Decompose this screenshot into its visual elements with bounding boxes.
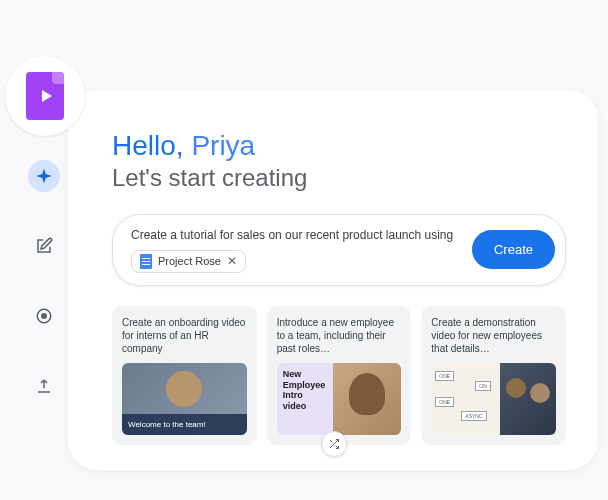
- sidebar: [28, 160, 60, 402]
- prompt-content: Create a tutorial for sales on our recen…: [131, 227, 462, 273]
- thumbnail-caption: Welcome to the team!: [122, 414, 247, 435]
- diagram-label: ON: [475, 381, 491, 391]
- create-button[interactable]: Create: [472, 230, 555, 269]
- thumbnail-photo: [500, 363, 556, 435]
- suggestion-thumbnail: ONE ON ONE ASYNC: [431, 363, 556, 435]
- prompt-bar[interactable]: Create a tutorial for sales on our recen…: [112, 214, 566, 286]
- sidebar-sparkle-icon[interactable]: [28, 160, 60, 192]
- dismiss-button[interactable]: [321, 431, 347, 457]
- greeting-hello: Hello,: [112, 130, 191, 161]
- shuffle-icon: [328, 438, 340, 450]
- thumbnail-overlay: New Employee Intro video: [277, 363, 333, 435]
- prompt-text: Create a tutorial for sales on our recen…: [131, 227, 462, 244]
- main-card: Hello, Priya Let's start creating Create…: [68, 90, 598, 470]
- suggestions-row: Create an onboarding video for interns o…: [112, 306, 566, 445]
- suggestion-text: Create an onboarding video for interns o…: [122, 316, 247, 355]
- play-icon: [42, 90, 52, 102]
- greeting-subtitle: Let's start creating: [112, 164, 566, 192]
- suggestion-thumbnail: Welcome to the team!: [122, 363, 247, 435]
- app-logo: [5, 56, 85, 136]
- sidebar-edit-icon[interactable]: [28, 230, 60, 262]
- chip-label: Project Rose: [158, 255, 221, 267]
- greeting-name: Priya: [191, 130, 255, 161]
- sidebar-record-icon[interactable]: [28, 300, 60, 332]
- sidebar-upload-icon[interactable]: [28, 370, 60, 402]
- greeting: Hello, Priya Let's start creating: [112, 130, 566, 192]
- suggestion-text: Introduce a new employee to a team, incl…: [277, 316, 402, 355]
- thumbnail-diagram: ONE ON ONE ASYNC: [431, 363, 500, 435]
- suggestion-card[interactable]: Introduce a new employee to a team, incl…: [267, 306, 412, 445]
- attachment-chip[interactable]: Project Rose ✕: [131, 250, 246, 273]
- suggestion-card[interactable]: Create an onboarding video for interns o…: [112, 306, 257, 445]
- suggestion-text: Create a demonstration video for new emp…: [431, 316, 556, 355]
- close-icon[interactable]: ✕: [227, 254, 237, 268]
- suggestion-card[interactable]: Create a demonstration video for new emp…: [421, 306, 566, 445]
- thumbnail-photo: [333, 363, 402, 435]
- vids-file-icon: [26, 72, 64, 120]
- svg-point-1: [42, 314, 47, 319]
- diagram-label: ASYNC: [461, 411, 486, 421]
- diagram-label: ONE: [435, 397, 454, 407]
- suggestion-thumbnail: New Employee Intro video: [277, 363, 402, 435]
- diagram-label: ONE: [435, 371, 454, 381]
- doc-icon: [140, 254, 152, 269]
